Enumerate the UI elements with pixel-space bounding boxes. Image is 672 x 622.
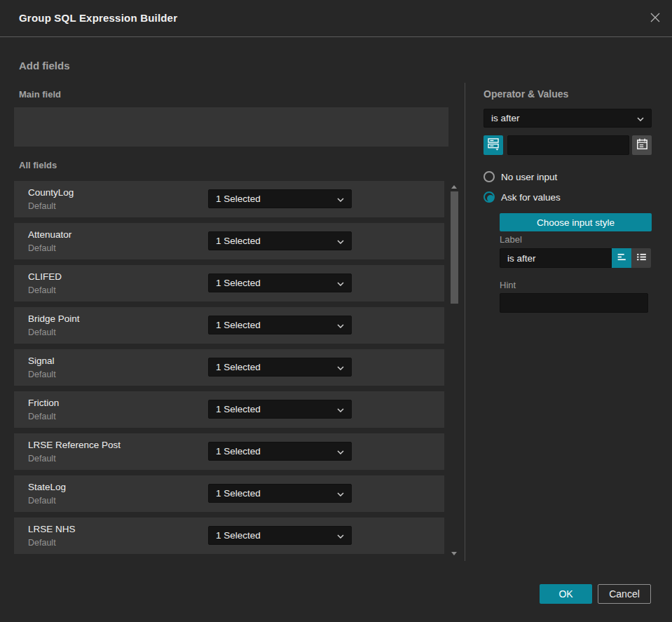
operator-select-value: is after [491,113,520,123]
chevron-down-icon [337,488,344,499]
field-selected-label: 1 Selected [216,446,261,457]
chevron-down-icon [337,194,344,204]
radio-selected-icon [484,191,495,203]
all-fields-label: All fields [19,160,57,170]
scroll-down-icon[interactable] [451,552,457,555]
field-row: Attenuator Default 1 Selected [14,223,444,259]
field-subtitle: Default [28,538,56,548]
field-row: LRSE NHS Default 1 Selected [14,518,444,554]
selected-count-select[interactable]: 1 Selected [208,484,352,503]
align-left-icon [616,251,628,265]
align-left-style-button[interactable] [612,248,631,268]
selected-count-select[interactable]: 1 Selected [208,526,352,545]
field-selected-label: 1 Selected [216,236,261,246]
list-style-button[interactable] [631,248,651,268]
unique-values-button[interactable] [484,135,503,155]
ok-button[interactable]: OK [540,584,592,604]
field-row: CountyLog Default 1 Selected [14,181,444,217]
scrollbar[interactable] [449,181,460,557]
field-name: CountyLog [28,187,74,198]
hint-label: Hint [500,280,516,290]
scroll-up-icon[interactable] [451,185,457,189]
panel-divider [465,83,465,561]
selected-count-select[interactable]: 1 Selected [208,400,352,419]
page-title: Group SQL Expression Builder [19,12,177,24]
field-name: StateLog [28,482,66,492]
field-selected-label: 1 Selected [216,362,261,372]
field-selected-label: 1 Selected [216,404,261,414]
field-name: Friction [28,398,59,408]
field-name: CLIFED [28,271,62,282]
field-selected-label: 1 Selected [216,320,261,330]
label-field-label: Label [500,234,522,245]
chevron-down-icon [337,236,344,246]
field-subtitle: Default [28,454,56,464]
radio-icon [484,171,495,182]
chevron-down-icon [337,320,344,330]
field-row: LRSE Reference Post Default 1 Selected [14,433,444,470]
title-bar: Group SQL Expression Builder [0,0,672,37]
choose-input-style-button[interactable]: Choose input style [500,213,652,231]
field-selected-label: 1 Selected [216,530,261,541]
value-input[interactable] [507,135,629,155]
field-name: Signal [28,356,55,366]
radio-no-user-input[interactable]: No user input [484,171,557,182]
calendar-icon [636,138,648,152]
selected-count-select[interactable]: 1 Selected [208,231,352,250]
scroll-thumb[interactable] [451,191,458,304]
field-selected-label: 1 Selected [216,194,261,204]
calendar-button[interactable] [632,135,652,155]
chevron-down-icon [337,446,344,457]
selected-count-select[interactable]: 1 Selected [208,189,352,208]
main-field-label: Main field [19,89,61,100]
radio-ask-for-values-label: Ask for values [501,192,561,203]
field-name: LRSE Reference Post [28,440,121,450]
field-subtitle: Default [28,243,56,253]
cancel-button[interactable]: Cancel [598,584,651,604]
group-sql-expression-builder-dialog: Group SQL Expression Builder Add fields … [0,0,672,622]
selected-count-select[interactable]: 1 Selected [208,442,352,461]
field-row: StateLog Default 1 Selected [14,475,444,512]
selected-count-select[interactable]: 1 Selected [208,316,352,334]
close-button[interactable] [647,11,664,27]
hint-input[interactable] [500,293,648,313]
operator-select[interactable]: is after [484,109,652,128]
field-subtitle: Default [28,496,56,506]
field-selected-label: 1 Selected [216,278,261,288]
field-name: Bridge Point [28,313,80,324]
label-input[interactable] [500,248,612,268]
add-fields-heading: Add fields [19,60,70,72]
field-selected-label: 1 Selected [216,488,261,499]
chevron-down-icon [637,113,644,123]
radio-ask-for-values[interactable]: Ask for values [484,191,561,203]
chevron-down-icon [337,530,344,541]
field-name: Attenuator [28,229,71,240]
field-row: Signal Default 1 Selected [14,349,444,386]
field-subtitle: Default [28,327,56,337]
field-row: CLIFED Default 1 Selected [14,265,444,302]
field-name: LRSE NHS [28,524,76,534]
main-field-panel: CountyLog | Default To Date [14,107,448,147]
selected-count-select[interactable]: 1 Selected [208,273,352,292]
chevron-down-icon [337,404,344,414]
field-subtitle: Default [28,285,56,295]
selected-count-select[interactable]: 1 Selected [208,358,352,377]
field-subtitle: Default [28,370,56,379]
list-icon [636,251,647,265]
operator-values-heading: Operator & Values [484,88,568,100]
radio-no-user-input-label: No user input [501,172,557,182]
chevron-down-icon [337,362,344,372]
field-row: Friction Default 1 Selected [14,391,444,428]
field-subtitle: Default [28,412,56,421]
field-row: Bridge Point Default 1 Selected [14,307,444,344]
close-icon [649,11,661,27]
chevron-down-icon [337,278,344,288]
unique-values-icon [487,137,500,153]
field-subtitle: Default [28,201,56,211]
all-fields-list: CountyLog Default 1 Selected Attenuator … [14,181,444,560]
